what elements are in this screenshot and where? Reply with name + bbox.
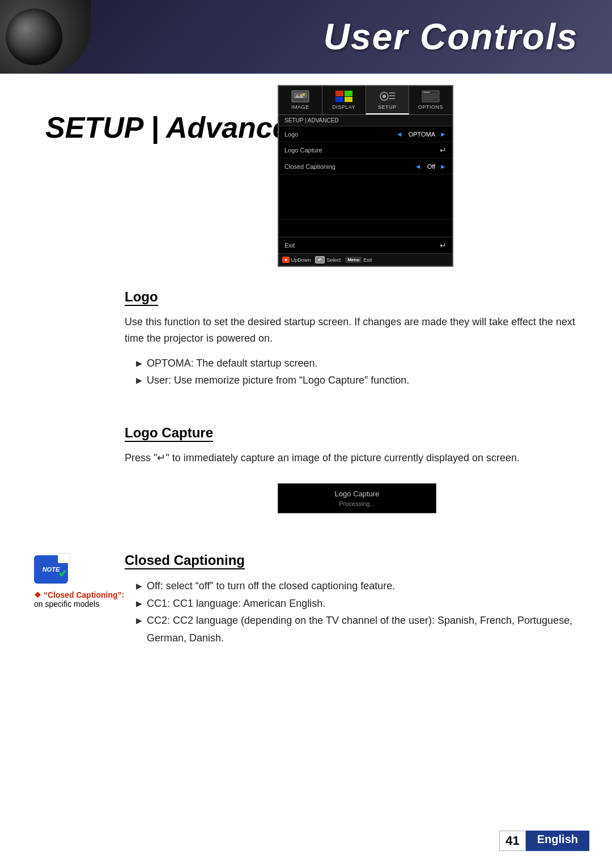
logo-bullet-list: ▶ OPTOMA: The default startup screen. ▶ … <box>125 355 589 389</box>
section-heading-text: SETUP | Advanced <box>45 111 307 144</box>
logo-capture-preview-wrapper: Logo Capture Processing... <box>125 474 589 522</box>
right-arrow-cc-icon: ► <box>440 163 447 171</box>
logo-capture-section: Logo Capture Press "↵" to immediately ca… <box>125 425 589 528</box>
bullet-arrow-cc-1: ▶ <box>136 580 142 593</box>
svg-rect-14 <box>423 92 430 93</box>
osd-exit-row[interactable]: Exit ↵ <box>279 237 452 253</box>
image-icon <box>291 90 309 103</box>
note-box: NOTE ✔ ❖ “Closed Captioning”: on specifi… <box>34 555 136 609</box>
svg-rect-12 <box>389 98 395 99</box>
right-arrow-icon: ► <box>440 130 447 138</box>
section-heading: SETUP | Advanced <box>45 110 307 144</box>
osd-tab-options-label: OPTIONS <box>418 104 443 110</box>
logo-capture-description: Press "↵" to immediately capture an imag… <box>125 450 589 466</box>
osd-exit-label: Exit <box>284 242 440 249</box>
svg-rect-17 <box>423 97 438 98</box>
select-btn: ↵ <box>315 256 325 263</box>
left-arrow-icon: ◄ <box>396 130 403 138</box>
osd-menu-item-logo-label: Logo <box>284 131 396 138</box>
cc-bullet-1-text: Off: select “off” to turn off the closed… <box>147 577 395 595</box>
logo-bullet-1: ▶ OPTOMA: The default startup screen. <box>136 355 589 372</box>
cc-bullet-1: ▶ Off: select “off” to turn off the clos… <box>136 577 589 595</box>
osd-tab-image-label: IMAGE <box>291 104 309 110</box>
exit-enter-icon: ↵ <box>440 241 447 250</box>
camera-decoration <box>0 0 91 74</box>
setup-icon <box>378 90 396 103</box>
svg-point-9 <box>382 95 386 98</box>
osd-menu-item-cc-value: Off <box>427 163 435 170</box>
osd-breadcrumb: SETUP | ADVANCED <box>279 115 452 126</box>
logo-capture-preview-subtitle: Processing... <box>284 500 430 507</box>
osd-footer-updown: ● UpDown <box>282 257 311 263</box>
logo-bullet-2: ▶ User: Use memorize picture from “Logo … <box>136 372 589 389</box>
cc-bullet-3-text: CC2: CC2 language (depending on the TV c… <box>147 612 589 646</box>
osd-menu-item-cc-label: Closed Captioning <box>284 163 415 170</box>
enter-icon: ↵ <box>440 146 447 155</box>
menu-btn: Menu <box>345 257 362 263</box>
osd-footer-select-label: Select <box>326 257 341 263</box>
osd-tabs: IMAGE DISPLAY <box>279 86 452 115</box>
cc-bullet-3: ▶ CC2: CC2 language (depending on the TV… <box>136 612 589 646</box>
cc-bullet-list: ▶ Off: select “off” to turn off the clos… <box>125 577 589 646</box>
logo-section-description: Use this function to set the desired sta… <box>125 314 589 347</box>
osd-tab-image[interactable]: IMAGE <box>279 86 322 114</box>
osd-menu-item-logo[interactable]: Logo ◄ OPTOMA ► <box>279 126 452 142</box>
svg-rect-10 <box>389 92 395 93</box>
closed-captioning-title: Closed Captioning <box>125 552 245 569</box>
osd-tab-setup[interactable]: SETUP <box>366 86 410 114</box>
note-bullet-text: ❖ “Closed Captioning”: <box>34 590 124 599</box>
page-footer: 41 English <box>499 831 589 851</box>
note-sub-text: on specific models <box>34 599 99 609</box>
note-badge-label: NOTE <box>42 566 60 573</box>
svg-rect-16 <box>423 96 438 96</box>
bullet-arrow-cc-3: ▶ <box>136 614 142 628</box>
osd-footer-exit-label: Exit <box>363 257 372 263</box>
svg-point-3 <box>303 93 305 96</box>
bullet-arrow-cc-2: ▶ <box>136 597 142 611</box>
osd-spacer <box>279 175 452 220</box>
svg-rect-4 <box>335 91 343 96</box>
logo-capture-preview-title: Logo Capture <box>284 490 430 498</box>
osd-tab-display-label: DISPLAY <box>332 104 355 110</box>
svg-rect-6 <box>335 97 343 102</box>
note-content: ❖ “Closed Captioning”: on specific model… <box>34 590 136 609</box>
svg-rect-15 <box>423 94 438 95</box>
osd-menu-item-logo-capture[interactable]: Logo Capture ↵ <box>279 142 452 159</box>
osd-footer-select: ↵ Select <box>315 256 341 263</box>
logo-section: Logo Use this function to set the desire… <box>125 289 589 389</box>
cc-bullet-2: ▶ CC1: CC1 language: American English. <box>136 595 589 612</box>
svg-rect-7 <box>345 97 352 102</box>
osd-tab-setup-label: SETUP <box>378 104 397 110</box>
osd-tab-display[interactable]: DISPLAY <box>322 86 366 114</box>
cc-bullet-2-text: CC1: CC1 language: American English. <box>147 595 325 612</box>
page-title: User Controls <box>324 16 578 58</box>
page-header: User Controls <box>0 0 612 74</box>
osd-menu-item-logo-capture-label: Logo Capture <box>284 147 440 154</box>
logo-bullet-2-text: User: Use memorize picture from “Logo Ca… <box>147 372 409 389</box>
osd-footer: ● UpDown ↵ Select Menu Exit <box>279 253 452 266</box>
logo-bullet-1-text: OPTOMA: The default startup screen. <box>147 355 317 372</box>
updown-btn: ● <box>282 257 290 263</box>
logo-capture-preview: Logo Capture Processing... <box>278 483 436 513</box>
svg-rect-18 <box>423 99 434 100</box>
svg-rect-5 <box>345 91 352 96</box>
closed-captioning-section: Closed Captioning ▶ Off: select “off” to… <box>125 552 589 646</box>
osd-menu-item-closed-captioning[interactable]: Closed Captioning ◄ Off ► <box>279 159 452 175</box>
left-arrow-cc-icon: ◄ <box>415 163 422 171</box>
checkmark-icon: ✔ <box>58 568 67 580</box>
osd-menu-item-logo-value: OPTOMA <box>409 131 435 138</box>
svg-rect-11 <box>389 95 395 96</box>
osd-tab-options[interactable]: OPTIONS <box>409 86 452 114</box>
options-icon <box>422 90 440 103</box>
note-badge: NOTE ✔ <box>34 555 68 584</box>
page-language: English <box>526 831 589 851</box>
bullet-arrow-icon-1: ▶ <box>136 357 142 371</box>
page-number: 41 <box>499 831 525 851</box>
display-icon <box>335 90 353 103</box>
logo-section-title: Logo <box>125 289 158 306</box>
osd-footer-exit: Menu Exit <box>345 257 372 263</box>
logo-capture-section-title: Logo Capture <box>125 425 213 442</box>
osd-footer-updown-label: UpDown <box>291 257 311 263</box>
osd-menu: IMAGE DISPLAY <box>278 85 453 267</box>
bullet-arrow-icon-2: ▶ <box>136 374 142 388</box>
